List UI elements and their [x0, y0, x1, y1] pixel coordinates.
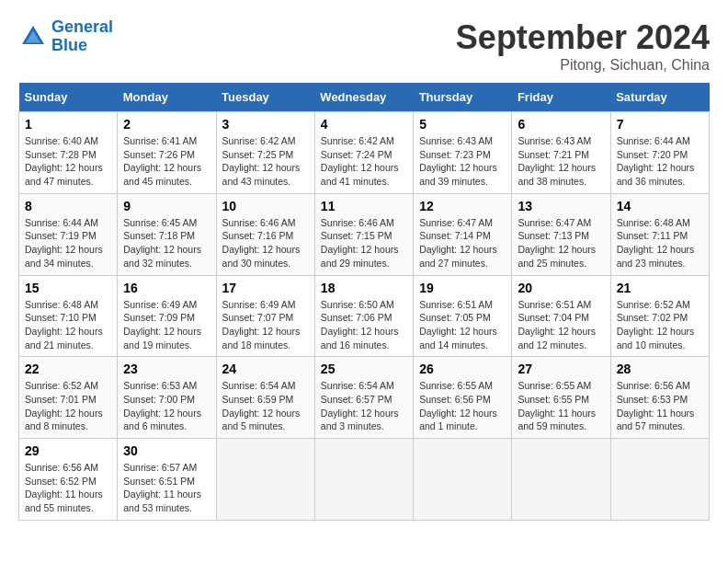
calendar-cell: 28Sunrise: 6:56 AMSunset: 6:53 PMDayligh… — [610, 357, 709, 439]
day-number: 16 — [123, 281, 210, 295]
day-number: 29 — [25, 443, 111, 458]
day-number: 28 — [617, 362, 703, 376]
day-number: 14 — [617, 199, 703, 213]
cell-details: Sunrise: 6:56 AMSunset: 6:53 PMDaylight:… — [617, 379, 703, 433]
calendar-cell: 6Sunrise: 6:43 AMSunset: 7:21 PMDaylight… — [512, 112, 610, 194]
calendar-week-row: 1Sunrise: 6:40 AMSunset: 7:28 PMDaylight… — [19, 112, 710, 194]
cell-details: Sunrise: 6:56 AMSunset: 6:52 PMDaylight:… — [25, 461, 111, 515]
calendar-cell — [610, 439, 709, 521]
calendar-cell: 29Sunrise: 6:56 AMSunset: 6:52 PMDayligh… — [19, 439, 118, 521]
cell-details: Sunrise: 6:46 AMSunset: 7:16 PMDaylight:… — [222, 216, 309, 270]
calendar-cell — [216, 439, 314, 521]
calendar-cell: 9Sunrise: 6:45 AMSunset: 7:18 PMDaylight… — [118, 193, 216, 275]
calendar-cell: 24Sunrise: 6:54 AMSunset: 6:59 PMDayligh… — [216, 357, 314, 439]
logo: General Blue — [18, 18, 113, 55]
month-title: September 2024 — [456, 18, 710, 57]
cell-details: Sunrise: 6:47 AMSunset: 7:13 PMDaylight:… — [518, 216, 604, 270]
location-subtitle: Pitong, Sichuan, China — [456, 57, 710, 74]
calendar-cell: 14Sunrise: 6:48 AMSunset: 7:11 PMDayligh… — [610, 193, 709, 275]
cell-details: Sunrise: 6:51 AMSunset: 7:05 PMDaylight:… — [419, 298, 506, 352]
logo-icon — [18, 22, 48, 52]
calendar-week-row: 8Sunrise: 6:44 AMSunset: 7:19 PMDaylight… — [19, 193, 710, 275]
calendar-week-row: 22Sunrise: 6:52 AMSunset: 7:01 PMDayligh… — [19, 357, 710, 439]
day-number: 6 — [518, 117, 604, 132]
cell-details: Sunrise: 6:55 AMSunset: 6:56 PMDaylight:… — [419, 379, 506, 433]
calendar-cell — [314, 439, 413, 521]
cell-details: Sunrise: 6:53 AMSunset: 7:00 PMDaylight:… — [123, 379, 210, 433]
calendar-week-row: 15Sunrise: 6:48 AMSunset: 7:10 PMDayligh… — [19, 275, 710, 357]
weekday-header-tuesday: Tuesday — [216, 83, 314, 112]
cell-details: Sunrise: 6:48 AMSunset: 7:10 PMDaylight:… — [25, 298, 111, 352]
day-number: 18 — [321, 281, 407, 295]
calendar-cell: 5Sunrise: 6:43 AMSunset: 7:23 PMDaylight… — [414, 112, 512, 194]
calendar-cell: 22Sunrise: 6:52 AMSunset: 7:01 PMDayligh… — [19, 357, 118, 439]
cell-details: Sunrise: 6:44 AMSunset: 7:20 PMDaylight:… — [617, 134, 703, 189]
calendar-cell: 16Sunrise: 6:49 AMSunset: 7:09 PMDayligh… — [118, 275, 216, 357]
day-number: 26 — [419, 362, 506, 376]
calendar-cell: 3Sunrise: 6:42 AMSunset: 7:25 PMDaylight… — [216, 112, 314, 194]
cell-details: Sunrise: 6:41 AMSunset: 7:26 PMDaylight:… — [123, 134, 210, 189]
calendar-cell: 15Sunrise: 6:48 AMSunset: 7:10 PMDayligh… — [19, 275, 118, 357]
calendar-cell: 1Sunrise: 6:40 AMSunset: 7:28 PMDaylight… — [19, 112, 118, 194]
weekday-header-sunday: Sunday — [19, 83, 118, 112]
day-number: 12 — [419, 199, 506, 213]
day-number: 22 — [25, 362, 111, 376]
day-number: 11 — [321, 199, 407, 213]
cell-details: Sunrise: 6:51 AMSunset: 7:04 PMDaylight:… — [518, 298, 604, 352]
cell-details: Sunrise: 6:40 AMSunset: 7:28 PMDaylight:… — [25, 134, 111, 189]
day-number: 21 — [617, 281, 703, 295]
calendar-cell: 23Sunrise: 6:53 AMSunset: 7:00 PMDayligh… — [118, 357, 216, 439]
weekday-header-wednesday: Wednesday — [314, 83, 413, 112]
page-header: General Blue September 2024 Pitong, Sich… — [18, 18, 710, 74]
day-number: 4 — [321, 117, 407, 132]
logo-text: General Blue — [51, 18, 113, 55]
day-number: 19 — [419, 281, 506, 295]
calendar-cell: 30Sunrise: 6:57 AMSunset: 6:51 PMDayligh… — [118, 439, 216, 521]
cell-details: Sunrise: 6:55 AMSunset: 6:55 PMDaylight:… — [518, 379, 604, 433]
day-number: 3 — [222, 117, 309, 132]
day-number: 8 — [25, 199, 111, 213]
calendar-cell: 13Sunrise: 6:47 AMSunset: 7:13 PMDayligh… — [512, 193, 610, 275]
weekday-header-monday: Monday — [118, 83, 216, 112]
cell-details: Sunrise: 6:54 AMSunset: 6:59 PMDaylight:… — [222, 379, 309, 433]
day-number: 2 — [123, 117, 210, 132]
cell-details: Sunrise: 6:43 AMSunset: 7:21 PMDaylight:… — [518, 134, 604, 189]
calendar-cell: 2Sunrise: 6:41 AMSunset: 7:26 PMDaylight… — [118, 112, 216, 194]
cell-details: Sunrise: 6:57 AMSunset: 6:51 PMDaylight:… — [123, 461, 210, 515]
day-number: 9 — [123, 199, 210, 213]
calendar-cell: 18Sunrise: 6:50 AMSunset: 7:06 PMDayligh… — [314, 275, 413, 357]
cell-details: Sunrise: 6:47 AMSunset: 7:14 PMDaylight:… — [419, 216, 506, 270]
cell-details: Sunrise: 6:52 AMSunset: 7:01 PMDaylight:… — [25, 379, 111, 433]
cell-details: Sunrise: 6:44 AMSunset: 7:19 PMDaylight:… — [25, 216, 111, 270]
day-number: 23 — [123, 362, 210, 376]
cell-details: Sunrise: 6:46 AMSunset: 7:15 PMDaylight:… — [321, 216, 407, 270]
weekday-header-saturday: Saturday — [610, 83, 709, 112]
calendar-cell — [512, 439, 610, 521]
logo-line1: General — [51, 17, 113, 36]
day-number: 25 — [321, 362, 407, 376]
calendar-week-row: 29Sunrise: 6:56 AMSunset: 6:52 PMDayligh… — [19, 439, 710, 521]
calendar-cell: 25Sunrise: 6:54 AMSunset: 6:57 PMDayligh… — [314, 357, 413, 439]
weekday-header-thursday: Thursday — [414, 83, 512, 112]
day-number: 13 — [518, 199, 604, 213]
cell-details: Sunrise: 6:48 AMSunset: 7:11 PMDaylight:… — [617, 216, 703, 270]
calendar-cell — [414, 439, 512, 521]
calendar-cell: 19Sunrise: 6:51 AMSunset: 7:05 PMDayligh… — [414, 275, 512, 357]
weekday-header-friday: Friday — [512, 83, 610, 112]
calendar-cell: 7Sunrise: 6:44 AMSunset: 7:20 PMDaylight… — [610, 112, 709, 194]
calendar-cell: 12Sunrise: 6:47 AMSunset: 7:14 PMDayligh… — [414, 193, 512, 275]
calendar-cell: 4Sunrise: 6:42 AMSunset: 7:24 PMDaylight… — [314, 112, 413, 194]
cell-details: Sunrise: 6:42 AMSunset: 7:25 PMDaylight:… — [222, 134, 309, 189]
cell-details: Sunrise: 6:54 AMSunset: 6:57 PMDaylight:… — [321, 379, 407, 433]
cell-details: Sunrise: 6:49 AMSunset: 7:07 PMDaylight:… — [222, 298, 309, 352]
calendar-cell: 27Sunrise: 6:55 AMSunset: 6:55 PMDayligh… — [512, 357, 610, 439]
logo-line2: Blue — [51, 36, 87, 54]
calendar-cell: 26Sunrise: 6:55 AMSunset: 6:56 PMDayligh… — [414, 357, 512, 439]
day-number: 27 — [518, 362, 604, 376]
calendar-header-row: SundayMondayTuesdayWednesdayThursdayFrid… — [19, 83, 710, 112]
calendar-table: SundayMondayTuesdayWednesdayThursdayFrid… — [18, 83, 710, 521]
calendar-cell: 8Sunrise: 6:44 AMSunset: 7:19 PMDaylight… — [19, 193, 118, 275]
calendar-cell: 17Sunrise: 6:49 AMSunset: 7:07 PMDayligh… — [216, 275, 314, 357]
cell-details: Sunrise: 6:50 AMSunset: 7:06 PMDaylight:… — [321, 298, 407, 352]
calendar-cell: 20Sunrise: 6:51 AMSunset: 7:04 PMDayligh… — [512, 275, 610, 357]
